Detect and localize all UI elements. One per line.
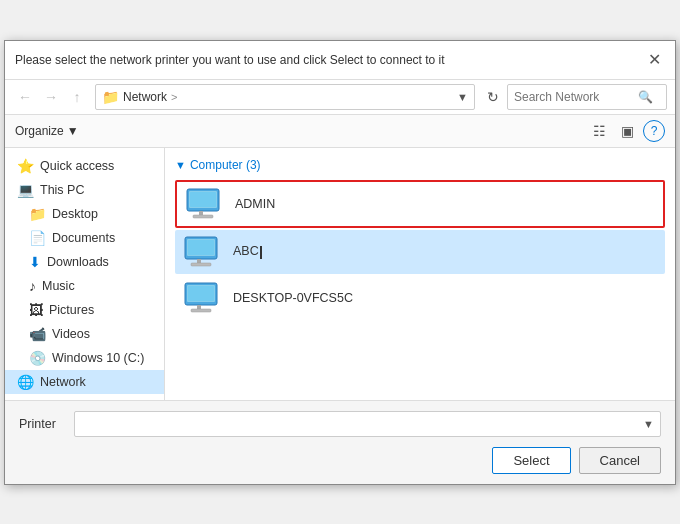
svg-rect-16	[191, 309, 211, 312]
network-icon: 🌐	[17, 374, 34, 390]
desktop-icon: 📁	[29, 206, 46, 222]
this-pc-icon: 💻	[17, 182, 34, 198]
sidebar-label-pictures: Pictures	[49, 303, 94, 317]
search-input[interactable]	[514, 90, 634, 104]
sidebar-item-music[interactable]: ♪ Music	[5, 274, 164, 298]
group-chevron-icon: ▼	[175, 159, 186, 171]
svg-rect-8	[197, 259, 201, 263]
help-button[interactable]: ?	[643, 120, 665, 142]
organize-chevron-icon: ▼	[67, 124, 79, 138]
refresh-button[interactable]: ↻	[481, 85, 505, 109]
group-header: ▼ Computer (3)	[175, 158, 665, 172]
sidebar-item-videos[interactable]: 📹 Videos	[5, 322, 164, 346]
sidebar-label-this-pc: This PC	[40, 183, 84, 197]
view-tiles-button[interactable]: ▣	[615, 119, 639, 143]
svg-rect-4	[193, 215, 213, 218]
abc-label: ABC	[233, 244, 262, 258]
organize-bar: Organize ▼ ☷ ▣ ?	[5, 115, 675, 148]
search-icon: 🔍	[638, 90, 653, 104]
folder-icon: 📁	[102, 89, 119, 105]
title-bar: Please select the network printer you wa…	[5, 41, 675, 80]
downloads-icon: ⬇	[29, 254, 41, 270]
computer-item-desktop0[interactable]: DESKTOP-0VFCS5C	[175, 276, 665, 320]
organize-label: Organize	[15, 124, 64, 138]
printer-row: Printer ▼	[19, 411, 661, 437]
toolbar: ← → ↑ 📁 Network > ▼ ↻ 🔍	[5, 80, 675, 115]
address-path: Network	[123, 90, 167, 104]
admin-computer-icon	[185, 188, 225, 220]
dropdown-arrow-icon: ▼	[643, 418, 654, 430]
sidebar-item-this-pc[interactable]: 💻 This PC	[5, 178, 164, 202]
abc-computer-icon	[183, 236, 223, 268]
windows10-icon: 💿	[29, 350, 46, 366]
sidebar-label-documents: Documents	[52, 231, 115, 245]
cancel-button[interactable]: Cancel	[579, 447, 661, 474]
videos-icon: 📹	[29, 326, 46, 342]
dialog-window: Please select the network printer you wa…	[4, 40, 676, 485]
sidebar: ⭐ Quick access 💻 This PC 📁 Desktop 📄 Doc…	[5, 148, 165, 400]
organize-button[interactable]: Organize ▼	[15, 124, 79, 138]
main-content: ⭐ Quick access 💻 This PC 📁 Desktop 📄 Doc…	[5, 148, 675, 400]
printer-label: Printer	[19, 417, 64, 431]
close-button[interactable]: ✕	[643, 49, 665, 71]
organize-right: ☷ ▣ ?	[587, 119, 665, 143]
music-icon: ♪	[29, 278, 36, 294]
svg-rect-14	[197, 305, 201, 309]
sidebar-label-quick-access: Quick access	[40, 159, 114, 173]
back-button[interactable]: ←	[13, 85, 37, 109]
sidebar-label-desktop: Desktop	[52, 207, 98, 221]
svg-rect-5	[190, 192, 216, 207]
documents-icon: 📄	[29, 230, 46, 246]
admin-label: ADMIN	[235, 197, 275, 211]
svg-rect-17	[188, 286, 214, 301]
address-separator: >	[171, 91, 177, 103]
search-box: 🔍	[507, 84, 667, 110]
up-button[interactable]: ↑	[65, 85, 89, 109]
pictures-icon: 🖼	[29, 302, 43, 318]
forward-button[interactable]: →	[39, 85, 63, 109]
computer-item-admin[interactable]: ADMIN	[175, 180, 665, 228]
printer-dropdown[interactable]: ▼	[74, 411, 661, 437]
text-cursor	[260, 246, 262, 259]
sidebar-item-pictures[interactable]: 🖼 Pictures	[5, 298, 164, 322]
sidebar-item-quick-access[interactable]: ⭐ Quick access	[5, 154, 164, 178]
quick-access-icon: ⭐	[17, 158, 34, 174]
sidebar-item-documents[interactable]: 📄 Documents	[5, 226, 164, 250]
sidebar-item-windows10[interactable]: 💿 Windows 10 (C:)	[5, 346, 164, 370]
dialog-title: Please select the network printer you wa…	[15, 53, 643, 67]
sidebar-label-network: Network	[40, 375, 86, 389]
sidebar-label-videos: Videos	[52, 327, 90, 341]
sidebar-item-downloads[interactable]: ⬇ Downloads	[5, 250, 164, 274]
select-button[interactable]: Select	[492, 447, 570, 474]
view-details-button[interactable]: ☷	[587, 119, 611, 143]
address-dropdown-icon[interactable]: ▼	[457, 91, 468, 103]
svg-rect-2	[199, 211, 203, 215]
bottom-bar: Printer ▼ Select Cancel	[5, 400, 675, 484]
desktop0-label: DESKTOP-0VFCS5C	[233, 291, 353, 305]
desktop0-computer-icon	[183, 282, 223, 314]
sidebar-item-desktop[interactable]: 📁 Desktop	[5, 202, 164, 226]
group-label: Computer (3)	[190, 158, 261, 172]
address-bar[interactable]: 📁 Network > ▼	[95, 84, 475, 110]
sidebar-label-music: Music	[42, 279, 75, 293]
svg-rect-11	[188, 240, 214, 255]
svg-rect-10	[191, 263, 211, 266]
sidebar-label-downloads: Downloads	[47, 255, 109, 269]
sidebar-item-network[interactable]: 🌐 Network	[5, 370, 164, 394]
sidebar-label-windows10: Windows 10 (C:)	[52, 351, 144, 365]
file-area: ▼ Computer (3) ADMIN	[165, 148, 675, 400]
button-row: Select Cancel	[19, 447, 661, 474]
computer-item-abc[interactable]: ABC	[175, 230, 665, 274]
